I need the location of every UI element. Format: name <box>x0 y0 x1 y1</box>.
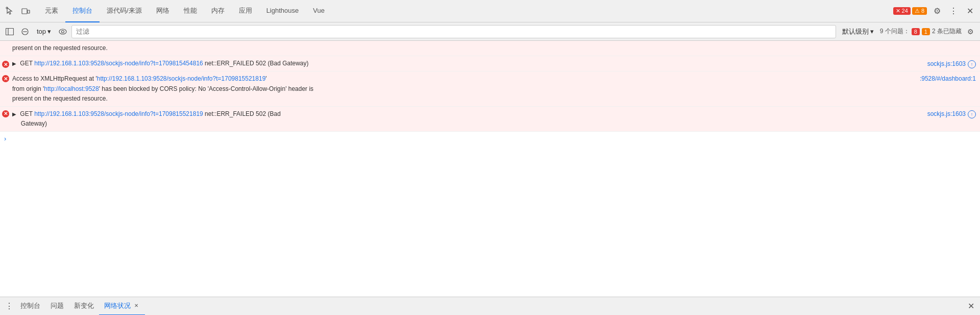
filter-input[interactable] <box>71 25 836 38</box>
clear-console-icon[interactable] <box>18 25 32 38</box>
chevron-down-icon: ▾ <box>870 28 874 35</box>
error-link[interactable]: http://192.168.1.103:9528/sockjs-node/in… <box>34 110 203 117</box>
error-count-badge: ✕ 24 <box>893 7 911 15</box>
prompt-arrow-icon[interactable]: › <box>4 135 6 142</box>
hidden-count: 2 条已隐藏 <box>932 27 962 36</box>
device-toolbar-icon[interactable] <box>19 5 32 17</box>
bottom-tab-issues[interactable]: 问题 <box>45 297 69 316</box>
navigate-icon[interactable]: ↑ <box>968 60 976 68</box>
expand-icon[interactable]: ▶ <box>12 61 16 66</box>
message-text: Access to XMLHttpRequest at 'http://192.… <box>12 74 916 104</box>
bottom-tab-bar: ⋮ 控制台 问题 新变化 网络状况 ✕ ✕ <box>0 297 980 315</box>
bottom-more-icon[interactable]: ⋮ <box>3 300 15 312</box>
console-prompt[interactable]: › <box>0 132 980 146</box>
svg-point-8 <box>62 30 64 33</box>
sidebar-toggle-icon[interactable] <box>3 25 16 38</box>
tab-elements[interactable]: 元素 <box>38 0 65 22</box>
message-source: sockjs.js:1603 ↑ <box>923 59 976 68</box>
close-tab-icon[interactable]: ✕ <box>133 302 140 309</box>
nav-tabs: 元素 控制台 源代码/来源 网络 性能 内存 应用 Lighthouse Vue <box>38 0 893 22</box>
source-link[interactable]: :9528/#/dashboard:1 <box>920 75 976 82</box>
svg-rect-3 <box>6 28 14 35</box>
source-link[interactable]: sockjs.js:1603 <box>927 60 966 67</box>
close-devtools-icon[interactable]: ✕ <box>964 5 976 17</box>
tab-performance[interactable]: 性能 <box>177 0 204 22</box>
message-text: present on the requested resource. <box>12 43 976 54</box>
bottom-tab-changes[interactable]: 新变化 <box>69 297 99 316</box>
top-nav-bar: 元素 控制台 源代码/来源 网络 性能 内存 应用 Lighthouse Vue… <box>0 0 980 22</box>
console-content[interactable]: present on the requested resource. ✕ ▶ G… <box>0 41 980 297</box>
origin-link[interactable]: http://localhost:9528 <box>44 85 99 92</box>
tab-memory[interactable]: 内存 <box>204 0 232 22</box>
context-selector[interactable]: top ▾ <box>34 27 54 36</box>
tab-network[interactable]: 网络 <box>149 0 177 22</box>
warning-count-badge: ⚠ 8 <box>912 7 927 15</box>
navigate-icon[interactable]: ↑ <box>968 110 976 118</box>
tab-sources[interactable]: 源代码/来源 <box>100 0 149 22</box>
close-bottom-bar-icon[interactable]: ✕ <box>965 300 977 312</box>
message-source: :9528/#/dashboard:1 <box>916 74 976 82</box>
eye-icon[interactable] <box>56 25 69 38</box>
tab-application[interactable]: 应用 <box>232 0 259 22</box>
chevron-down-icon: ▾ <box>47 28 51 35</box>
issues-error-count: 8 <box>912 28 920 35</box>
error-icon: ✕ <box>2 74 12 82</box>
message-icon-placeholder <box>2 43 12 44</box>
error-badge-group[interactable]: ✕ 24 ⚠ 8 <box>893 7 927 15</box>
bottom-tab-network-conditions[interactable]: 网络状况 ✕ <box>99 297 145 316</box>
error-link[interactable]: http://192.168.1.103:9528/sockjs-node/in… <box>97 75 266 82</box>
message-text: ▶ GET http://192.168.1.103:9528/sockjs-n… <box>12 58 923 69</box>
level-selector[interactable]: 默认级别 ▾ <box>838 26 878 37</box>
message-source: sockjs.js:1603 ↑ <box>923 109 976 118</box>
svg-rect-2 <box>28 10 30 13</box>
error-icon: ✕ <box>2 109 12 117</box>
expand-icon[interactable]: ▶ <box>12 111 16 117</box>
svg-point-7 <box>59 29 66 34</box>
tab-vue[interactable]: Vue <box>306 0 332 22</box>
source-link[interactable]: sockjs.js:1603 <box>927 110 966 117</box>
select-element-icon[interactable] <box>4 5 16 17</box>
settings-icon[interactable]: ⚙ <box>931 5 943 17</box>
nav-right-actions: ✕ 24 ⚠ 8 ⚙ ⋮ ✕ <box>893 5 976 17</box>
nav-icons-group <box>4 5 32 17</box>
console-settings-icon[interactable]: ⚙ <box>964 25 977 38</box>
console-message: ✕ ▶ GET http://192.168.1.103:9528/sockjs… <box>0 56 980 71</box>
console-message: ✕ ▶ GET http://192.168.1.103:9528/sockjs… <box>0 107 980 132</box>
message-text: ▶ GET http://192.168.1.103:9528/sockjs-n… <box>12 109 923 129</box>
issues-warning-count: 1 <box>922 28 930 35</box>
console-toolbar: top ▾ 默认级别 ▾ 9 个问题： 8 1 2 条已隐藏 ⚙ <box>0 22 980 41</box>
tab-lighthouse[interactable]: Lighthouse <box>259 0 306 22</box>
svg-rect-1 <box>22 9 27 14</box>
console-message: ✕ Access to XMLHttpRequest at 'http://19… <box>0 71 980 107</box>
bottom-tab-console[interactable]: 控制台 <box>15 297 45 316</box>
error-icon: ✕ <box>2 59 12 68</box>
console-message: present on the requested resource. <box>0 41 980 56</box>
error-link[interactable]: http://192.168.1.103:9528/sockjs-node/in… <box>34 60 203 67</box>
tab-console[interactable]: 控制台 <box>65 0 100 22</box>
more-options-icon[interactable]: ⋮ <box>947 5 960 17</box>
issues-info: 9 个问题： 8 1 <box>880 27 930 36</box>
